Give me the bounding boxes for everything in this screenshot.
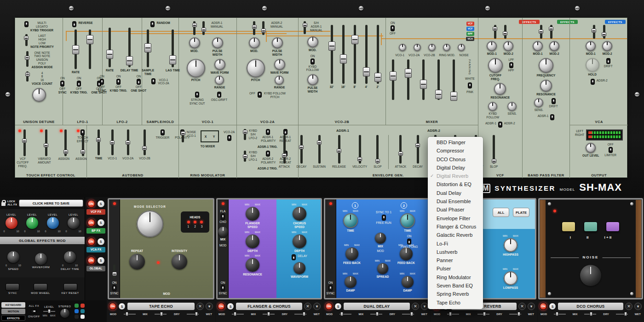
fx-on-button[interactable]: ON — [540, 303, 547, 310]
trig-source-selector[interactable] — [243, 151, 247, 162]
mod-source-selector[interactable] — [252, 21, 257, 35]
stereo-knob[interactable] — [60, 309, 69, 318]
kybd-trig-toggle[interactable] — [116, 79, 121, 85]
note-priority-selector[interactable] — [24, 34, 29, 46]
filter-mode-toggle[interactable] — [509, 62, 513, 68]
keyboard-button[interactable]: KEYBOARD — [1, 302, 25, 308]
trigger-toggle[interactable] — [161, 129, 165, 135]
sample-time-slider[interactable] — [144, 29, 152, 67]
mod-source-selector[interactable] — [192, 21, 197, 35]
hold-knob[interactable] — [586, 58, 599, 72]
ring-source-selector[interactable] — [181, 130, 185, 142]
close-icon[interactable]: ✕ — [196, 303, 204, 310]
mod1-knob[interactable] — [487, 41, 497, 51]
mod-mini-slider[interactable] — [339, 312, 351, 316]
mod-waveform-knob[interactable] — [35, 253, 47, 265]
color-dot[interactable] — [75, 304, 79, 308]
pulse-width-knob[interactable] — [272, 37, 283, 48]
menu-item[interactable]: Lushverb — [428, 248, 483, 256]
resonance-knob[interactable] — [540, 80, 552, 92]
mixer-level-slider[interactable] — [435, 59, 442, 100]
voice-count-selector[interactable] — [25, 71, 30, 82]
cutoff-knob[interactable] — [488, 58, 503, 73]
mod2-knob[interactable] — [602, 41, 612, 51]
env-slider[interactable] — [415, 135, 420, 164]
env-slider[interactable] — [375, 135, 380, 164]
wave-form-knob[interactable] — [274, 59, 285, 70]
kybd-trig-toggle[interactable] — [77, 81, 81, 87]
range-knob[interactable] — [275, 76, 284, 85]
mod-source-selector[interactable] — [592, 25, 596, 39]
level-mini-slider[interactable] — [43, 309, 55, 313]
pan-knob[interactable] — [443, 44, 450, 51]
mixer-level-slider[interactable] — [450, 59, 457, 100]
mod-knob[interactable] — [189, 37, 200, 48]
env-slider[interactable] — [317, 135, 322, 164]
delay-time-slider[interactable] — [126, 28, 133, 67]
env-select-toggle[interactable] — [498, 122, 502, 128]
color-dot[interactable] — [75, 309, 79, 313]
strong-sync-toggle[interactable] — [195, 92, 199, 98]
bus-solo-button[interactable]: S — [97, 219, 105, 227]
env-slider[interactable] — [282, 135, 287, 164]
kybd-follow-toggle[interactable] — [310, 59, 315, 64]
sens-knob[interactable] — [507, 102, 517, 111]
ping-pong-toggle[interactable] — [407, 239, 411, 245]
color-dot[interactable] — [80, 309, 85, 313]
mod-source-selector[interactable] — [303, 21, 307, 34]
reverb-all-button[interactable]: ALL — [493, 208, 509, 217]
chevron-down-icon[interactable]: ▾ — [313, 303, 321, 310]
waveform-knob[interactable] — [293, 262, 305, 274]
polarity-toggle[interactable] — [266, 129, 270, 135]
mode-i-button[interactable] — [562, 222, 575, 232]
random-toggle[interactable] — [150, 21, 155, 27]
menu-item[interactable]: Envelope Filter — [428, 214, 483, 222]
bus-solo-button[interactable]: S — [97, 200, 105, 208]
mixer-on-toggle[interactable] — [391, 25, 395, 31]
touch-slider[interactable] — [63, 129, 68, 156]
bp-fx-level-knob[interactable] — [26, 217, 38, 229]
frequency-knob[interactable] — [539, 58, 553, 73]
depth-slider[interactable] — [110, 129, 115, 155]
drywet-mini-slider[interactable] — [616, 312, 628, 316]
all-fx-toggle[interactable] — [31, 309, 37, 313]
menu-item[interactable]: Panner — [428, 256, 483, 264]
rate-slider[interactable] — [106, 28, 114, 67]
fx-solo-button[interactable]: S — [334, 303, 342, 310]
resonance-knob[interactable] — [494, 83, 506, 95]
mod-knob[interactable] — [249, 37, 260, 48]
fx-on-button[interactable]: ON — [325, 303, 333, 310]
env-select-toggle[interactable] — [591, 79, 595, 85]
chevron-down-icon[interactable]: ▾ — [421, 303, 428, 310]
pitch-knob[interactable] — [187, 59, 205, 77]
repeat-toggle[interactable] — [283, 129, 288, 135]
save-button[interactable]: CLICK HERE TO SAVE — [19, 199, 83, 207]
menu-item[interactable]: Spring Reverb — [428, 290, 483, 298]
sync-toggle[interactable] — [100, 79, 104, 85]
chevron-down-icon[interactable]: ▾ — [206, 303, 213, 310]
sync-toggle[interactable] — [221, 285, 225, 291]
mod-knob[interactable] — [307, 36, 318, 47]
mod-mini-slider[interactable] — [232, 312, 244, 316]
global-fx-level-knob[interactable] — [68, 217, 80, 229]
mix-mini-slider[interactable] — [370, 312, 382, 316]
touch-effect-toggle[interactable] — [80, 129, 85, 135]
menu-item[interactable]: Compressor — [428, 146, 483, 155]
fx-solo-button[interactable]: S — [549, 303, 556, 310]
rate-slider[interactable] — [72, 29, 80, 69]
bus-on-button[interactable]: ON — [87, 238, 95, 246]
depth-slider[interactable] — [126, 129, 130, 155]
bus-on-button[interactable]: ON — [87, 257, 95, 264]
mode-i-ii-button[interactable] — [606, 222, 620, 232]
env-slider[interactable] — [398, 135, 403, 164]
sync-toggle[interactable] — [112, 285, 116, 291]
menu-item[interactable]: DCO Chorus — [428, 155, 483, 164]
menu-item[interactable]: Galactic Reverb — [428, 231, 483, 239]
mix-mini-slider[interactable] — [584, 312, 596, 316]
env-selector[interactable] — [261, 21, 266, 35]
bus-on-button[interactable]: ON — [87, 219, 95, 227]
depth-slider[interactable] — [142, 129, 147, 155]
menu-item[interactable]: Seven Band EQ — [428, 281, 483, 290]
mixer-level-slider[interactable] — [404, 59, 412, 100]
mod-delay-time-knob[interactable] — [64, 251, 76, 263]
